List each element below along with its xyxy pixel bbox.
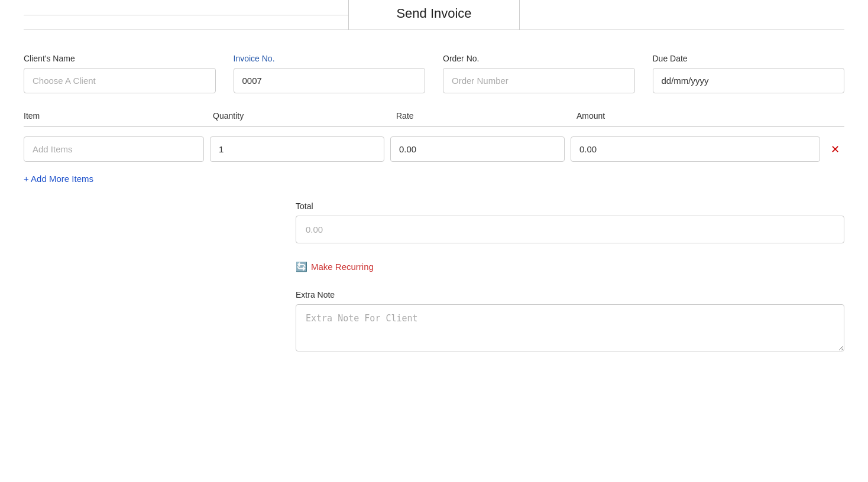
due-date-group: Due Date bbox=[653, 54, 845, 93]
client-name-label: Client's Name bbox=[24, 54, 216, 63]
invoice-no-input[interactable] bbox=[234, 68, 426, 93]
total-input bbox=[296, 216, 844, 243]
delete-item-button[interactable]: ✕ bbox=[826, 142, 844, 157]
page-header: Send Invoice bbox=[24, 0, 844, 30]
invoice-no-group: Invoice No. bbox=[234, 54, 426, 93]
items-table-header: Item Quantity Rate Amount bbox=[24, 111, 844, 127]
recurring-section: 🔄 Make Recurring bbox=[296, 261, 844, 272]
form-row-top: Client's Name Invoice No. Order No. Due … bbox=[24, 54, 844, 93]
recurring-label: Make Recurring bbox=[311, 262, 374, 272]
col-header-quantity: Quantity bbox=[213, 111, 396, 120]
col-header-item: Item bbox=[24, 111, 213, 120]
make-recurring-button[interactable]: 🔄 Make Recurring bbox=[296, 261, 374, 272]
col-header-amount: Amount bbox=[576, 111, 844, 120]
items-section: Item Quantity Rate Amount ✕ bbox=[24, 111, 844, 162]
total-section: Total bbox=[296, 201, 844, 243]
item-name-input[interactable] bbox=[24, 136, 204, 162]
client-name-group: Client's Name bbox=[24, 54, 216, 93]
due-date-label: Due Date bbox=[653, 54, 845, 63]
client-name-input[interactable] bbox=[24, 68, 216, 93]
item-quantity-input[interactable] bbox=[210, 136, 384, 162]
item-row: ✕ bbox=[24, 136, 844, 162]
client-info-section: Client's Name Invoice No. Order No. Due … bbox=[24, 54, 844, 93]
invoice-no-label: Invoice No. bbox=[234, 54, 426, 63]
extra-note-section: Extra Note bbox=[296, 290, 844, 354]
item-amount-input[interactable] bbox=[571, 136, 820, 162]
order-no-input[interactable] bbox=[443, 68, 635, 93]
header-title-wrapper: Send Invoice bbox=[348, 0, 519, 30]
header-line-left bbox=[24, 15, 348, 15]
item-rate-input[interactable] bbox=[390, 136, 565, 162]
recurring-icon: 🔄 bbox=[296, 261, 307, 272]
extra-note-label: Extra Note bbox=[296, 290, 844, 299]
col-header-rate: Rate bbox=[396, 111, 576, 120]
extra-note-textarea[interactable] bbox=[296, 304, 844, 351]
order-no-label: Order No. bbox=[443, 54, 635, 63]
total-label: Total bbox=[296, 201, 844, 211]
add-more-items-link[interactable]: + Add More Items bbox=[24, 174, 93, 184]
page-title: Send Invoice bbox=[396, 6, 471, 21]
order-no-group: Order No. bbox=[443, 54, 635, 93]
due-date-input[interactable] bbox=[653, 68, 845, 93]
